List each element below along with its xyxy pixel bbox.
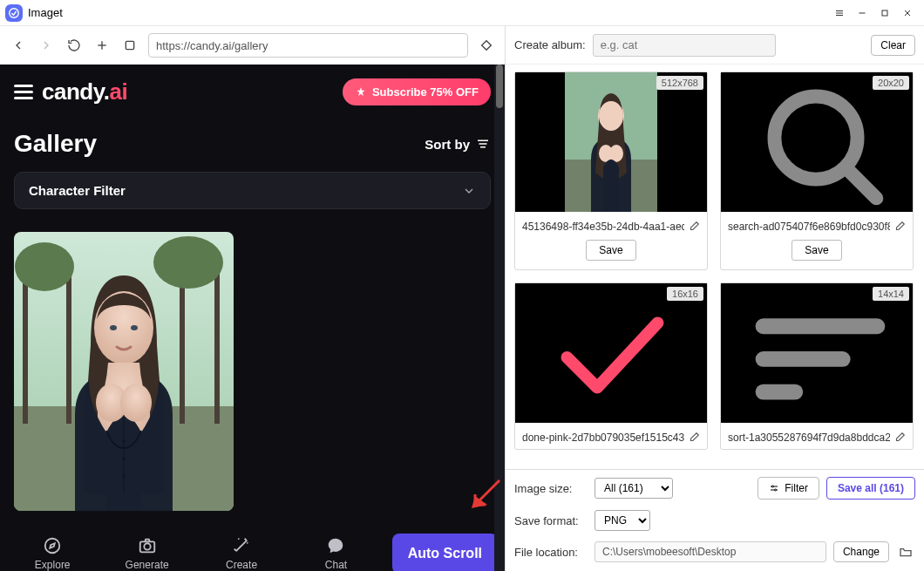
card-filename: done-pink-2d7bb079035ef1515c43 xyxy=(522,432,684,444)
dimension-badge: 512x768 xyxy=(656,76,703,90)
card-thumbnail[interactable]: 16x16 xyxy=(515,283,707,423)
svg-marker-33 xyxy=(50,543,55,548)
camera-icon xyxy=(138,536,157,555)
back-button[interactable] xyxy=(9,36,28,55)
save-format-label: Save format: xyxy=(514,514,588,527)
open-folder-button[interactable] xyxy=(896,542,915,561)
tabs-icon[interactable] xyxy=(120,36,139,55)
tag-icon[interactable] xyxy=(477,36,496,55)
nav-chat[interactable]: Chat xyxy=(290,536,381,571)
new-tab-button[interactable] xyxy=(92,36,112,55)
card-filename: 45136498-ff34e35b-24db-4aa1-aec xyxy=(522,221,684,233)
file-location-input[interactable] xyxy=(594,541,826,562)
menu-icon[interactable] xyxy=(14,85,33,99)
svg-point-21 xyxy=(153,236,223,289)
svg-point-26 xyxy=(120,384,152,422)
image-card: 16x16 done-pink-2d7bb079035ef1515c43 xyxy=(514,282,708,450)
card-thumbnail[interactable]: 14x14 xyxy=(721,283,913,423)
svg-point-42 xyxy=(609,145,623,162)
svg-rect-16 xyxy=(23,267,28,424)
album-name-input[interactable] xyxy=(593,34,776,57)
save-format-select[interactable]: PNG xyxy=(594,510,650,531)
bottom-nav: Explore Generate Create Chat Auto Scroll xyxy=(0,528,505,571)
card-thumbnail[interactable]: 512x768 xyxy=(515,72,707,212)
svg-point-54 xyxy=(775,489,777,491)
sort-by-button[interactable]: Sort by xyxy=(425,136,491,152)
svg-point-28 xyxy=(123,440,126,443)
save-button[interactable]: Save xyxy=(792,240,841,261)
app-title: Imaget xyxy=(28,6,63,19)
app-logo xyxy=(5,4,23,22)
svg-point-53 xyxy=(772,486,774,487)
window-menu-button[interactable] xyxy=(828,2,851,24)
titlebar: Imaget xyxy=(0,0,924,26)
svg-rect-5 xyxy=(882,10,887,16)
svg-rect-50 xyxy=(756,384,804,400)
browser-viewport: candy.ai Subscribe 75% OFF Gallery Sort … xyxy=(0,65,505,571)
scrollbar[interactable] xyxy=(494,65,505,571)
auto-scroll-button[interactable]: Auto Scroll xyxy=(392,534,498,571)
nav-generate[interactable]: Generate xyxy=(101,536,192,571)
clear-button[interactable]: Clear xyxy=(871,35,915,56)
edit-icon[interactable] xyxy=(688,432,700,444)
sort-icon xyxy=(475,136,491,152)
brand-logo[interactable]: candy.ai xyxy=(42,78,127,105)
gallery-image[interactable] xyxy=(14,232,234,511)
svg-point-35 xyxy=(144,543,150,549)
chevron-down-icon xyxy=(462,184,476,198)
create-album-label: Create album: xyxy=(514,38,586,51)
window-minimize-button[interactable] xyxy=(851,2,873,24)
svg-point-40 xyxy=(599,101,623,131)
downloader-pane: Create album: Clear xyxy=(506,26,924,571)
address-bar-row xyxy=(0,26,505,65)
window-close-button[interactable] xyxy=(896,2,919,24)
svg-point-30 xyxy=(123,475,126,478)
window-maximize-button[interactable] xyxy=(873,2,896,24)
edit-icon[interactable] xyxy=(688,221,700,233)
card-filename: sort-1a3055287694f7d9da8bddca2 xyxy=(728,432,890,444)
svg-point-20 xyxy=(15,242,74,291)
image-card: 20x20 search-ad075407f6e869bfd0c930f8 Sa… xyxy=(720,71,914,270)
nav-create[interactable]: Create xyxy=(196,536,287,571)
image-card: 512x768 45136498-ff34e35b-24db-4aa1-aec … xyxy=(514,71,708,270)
filter-button[interactable]: Filter xyxy=(758,477,819,500)
dimension-badge: 14x14 xyxy=(873,287,909,301)
change-location-button[interactable]: Change xyxy=(833,541,889,562)
svg-point-23 xyxy=(110,325,117,330)
dimension-badge: 20x20 xyxy=(873,76,909,90)
wand-icon xyxy=(232,536,251,555)
edit-icon[interactable] xyxy=(893,432,906,444)
svg-point-24 xyxy=(131,325,138,330)
image-card: 14x14 sort-1a3055287694f7d9da8bddca2 xyxy=(720,282,914,450)
address-input[interactable] xyxy=(148,33,468,58)
edit-icon[interactable] xyxy=(893,221,906,233)
svg-rect-49 xyxy=(756,351,851,367)
compass-icon xyxy=(43,536,62,555)
reload-button[interactable] xyxy=(65,36,84,55)
save-button[interactable]: Save xyxy=(586,240,635,261)
subscribe-button[interactable]: Subscribe 75% OFF xyxy=(343,78,491,105)
nav-explore[interactable]: Explore xyxy=(7,536,98,571)
save-all-button[interactable]: Save all (161) xyxy=(826,477,915,500)
svg-point-0 xyxy=(10,8,19,17)
svg-point-29 xyxy=(123,458,126,460)
svg-rect-17 xyxy=(66,258,71,424)
svg-rect-19 xyxy=(214,271,220,424)
dimension-badge: 16x16 xyxy=(667,287,703,301)
image-size-label: Image size: xyxy=(514,482,588,495)
card-filename: search-ad075407f6e869bfd0c930f8 xyxy=(728,221,890,233)
svg-rect-10 xyxy=(126,41,133,49)
card-thumbnail[interactable]: 20x20 xyxy=(721,72,913,212)
page-title: Gallery xyxy=(14,130,97,158)
svg-rect-46 xyxy=(515,284,707,423)
character-filter-dropdown[interactable]: Character Filter xyxy=(14,172,491,209)
svg-point-32 xyxy=(45,539,60,554)
file-location-label: File location: xyxy=(514,546,588,559)
image-size-select[interactable]: All (161) xyxy=(594,478,673,499)
browser-pane: candy.ai Subscribe 75% OFF Gallery Sort … xyxy=(0,26,506,571)
forward-button[interactable] xyxy=(37,36,56,55)
svg-rect-48 xyxy=(756,318,886,334)
sliders-icon xyxy=(769,483,779,493)
chat-icon xyxy=(326,536,345,555)
